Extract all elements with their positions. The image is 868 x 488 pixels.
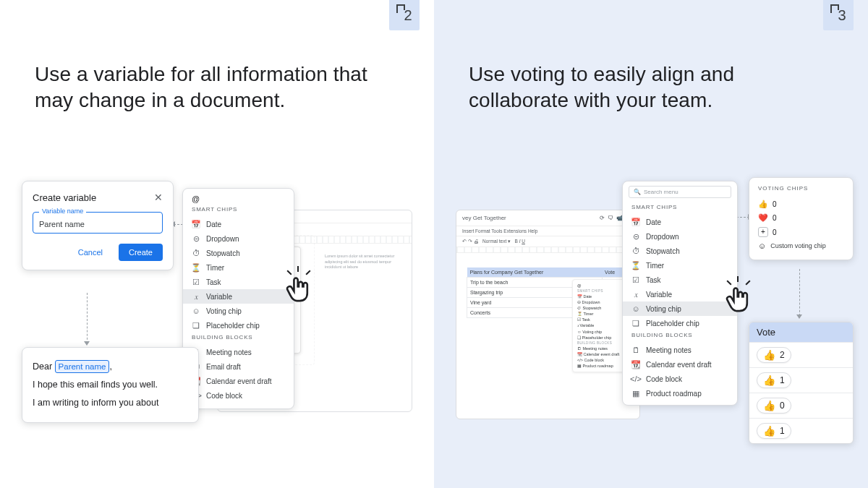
menu-header-smart-chips: SMART CHIPS: [623, 202, 737, 215]
menu-item-voting-chip[interactable]: ☺Voting chip: [623, 301, 737, 316]
insert-menu-card: @ SMART CHIPS 📅Date ⊝Dropdown ⏱Stopwatch…: [182, 188, 294, 409]
table-header: Plans for Company Get Together: [467, 267, 603, 278]
voting-chips-panel: VOTING CHIPS 👍0 ❤️0 +0 ☺Custom voting ch…: [749, 177, 854, 260]
voting-option-plus[interactable]: +0: [758, 225, 844, 239]
menu-item-variable[interactable]: 𝑥Variable: [623, 287, 737, 301]
headline-right: Use voting to easily align and collabora…: [469, 61, 839, 114]
plus-icon: +: [758, 227, 768, 237]
roadmap-icon: ▦: [631, 389, 640, 398]
variable-chip[interactable]: Parent name: [55, 360, 110, 373]
thumbs-up-icon: 👍: [758, 200, 768, 209]
panel-step-2: 2 Use a variable for all information tha…: [0, 0, 434, 488]
field-label: Variable name: [39, 207, 86, 215]
menu-item-meeting-notes[interactable]: 🗒Meeting notes: [183, 345, 294, 359]
menu-item-meeting-notes[interactable]: 🗒Meeting notes: [623, 343, 737, 357]
menu-item-variable[interactable]: 𝑥Variable: [183, 289, 294, 304]
voting-option-heart[interactable]: ❤️0: [758, 211, 844, 225]
doc-title: vey Get Together: [462, 215, 506, 221]
task-icon: ☑: [192, 278, 200, 286]
doc-format-bar[interactable]: ↶ ↷ 🖨 Normal text ▾ B I U: [456, 236, 639, 247]
arrowhead-icon: [796, 314, 802, 319]
menu-search-input[interactable]: 🔍Search menu: [629, 186, 731, 198]
arrow-connector: [87, 293, 88, 343]
menu-item-product-roadmap[interactable]: ▦Product roadmap: [623, 386, 737, 401]
menu-item-calendar-event-draft[interactable]: 📆Calendar event draft: [623, 357, 737, 372]
arrowhead-icon: [84, 341, 90, 346]
stopwatch-icon: ⏱: [192, 249, 200, 257]
page-flag-3: 3: [823, 0, 854, 30]
vote-results-header: Vote: [749, 322, 853, 342]
smile-icon: ☺: [758, 241, 766, 250]
variable-icon: 𝑥: [631, 290, 640, 299]
doc-menu-bar[interactable]: Insert Format Tools Extensions Help: [456, 226, 639, 236]
voting-panel-header: VOTING CHIPS: [758, 185, 844, 192]
task-icon: ☑: [631, 275, 640, 284]
menu-item-placeholder-chip[interactable]: ❏Placeholder chip: [623, 316, 737, 330]
menu-item-dropdown[interactable]: ⊝Dropdown: [183, 231, 294, 246]
stopwatch-icon: ⏱: [631, 247, 640, 255]
vote-result-row: 👍1: [749, 367, 853, 393]
email-line-3: I am writing to inform you about: [33, 394, 188, 412]
variable-icon: 𝑥: [192, 292, 200, 301]
voting-option-thumbs-up[interactable]: 👍0: [758, 197, 844, 211]
close-icon[interactable]: ✕: [154, 192, 163, 203]
menu-item-calendar-event-draft[interactable]: 📆Calendar event draft: [183, 374, 294, 388]
pointer-hand-icon: [723, 283, 754, 314]
placeholder-icon: ❏: [192, 321, 200, 330]
calendar-icon: 📅: [631, 218, 640, 226]
menu-item-timer[interactable]: ⏳Timer: [183, 260, 294, 275]
blurred-body-text: Lorem ipsum dolor sit amet consectetur a…: [325, 254, 404, 270]
menu-item-date[interactable]: 📅Date: [623, 215, 737, 229]
page-flag-2: 2: [389, 0, 420, 30]
timer-icon: ⏳: [192, 263, 200, 272]
menu-item-code-block[interactable]: </>Code block: [623, 372, 737, 386]
create-variable-dialog: Create variable ✕ Variable name Cancel C…: [22, 181, 174, 270]
menu-item-email-draft[interactable]: ✉Email draft: [183, 359, 294, 374]
menu-item-date[interactable]: 📅Date: [183, 217, 294, 231]
menu-item-task[interactable]: ☑Task: [623, 273, 737, 287]
create-button[interactable]: Create: [119, 244, 163, 261]
insert-menu-card: 🔍Search menu SMART CHIPS 📅Date ⊝Dropdown…: [622, 181, 738, 406]
voting-option-custom[interactable]: ☺Custom voting chip: [758, 239, 844, 252]
menu-header-building-blocks: BUILDING BLOCKS: [623, 330, 737, 343]
menu-item-voting-chip[interactable]: ☺Voting chip: [183, 304, 294, 318]
thumbs-up-icon: 👍: [763, 425, 775, 437]
menu-item-dropdown[interactable]: ⊝Dropdown: [623, 229, 737, 244]
vote-results-card: Vote 👍2 👍1 👍0 👍1: [749, 322, 854, 444]
stage: 2 Use a variable for all information tha…: [0, 0, 868, 488]
arrow-connector: [799, 269, 800, 316]
vote-chip[interactable]: 👍1: [757, 423, 791, 439]
voting-icon: ☺: [192, 307, 200, 315]
cancel-button[interactable]: Cancel: [68, 244, 113, 261]
variable-name-field[interactable]: Variable name: [33, 212, 163, 234]
voting-icon: ☺: [631, 304, 640, 313]
pointer-hand-icon: [284, 273, 314, 304]
menu-item-placeholder-chip[interactable]: ❏Placeholder chip: [183, 318, 294, 333]
menu-header-smart-chips: SMART CHIPS: [183, 205, 294, 217]
thumbs-up-icon: 👍: [763, 349, 775, 361]
panel-step-3: 3 Use voting to easily align and collabo…: [434, 0, 868, 488]
menu-item-stopwatch[interactable]: ⏱Stopwatch: [623, 244, 737, 258]
calendar-icon: 📅: [192, 220, 200, 228]
menu-item-task[interactable]: ☑Task: [183, 275, 294, 289]
menu-item-code-block[interactable]: </>Code block: [183, 388, 294, 403]
timer-icon: ⏳: [631, 261, 640, 270]
menu-item-timer[interactable]: ⏳Timer: [623, 258, 737, 273]
code-icon: </>: [631, 374, 640, 383]
vote-chip[interactable]: 👍2: [757, 347, 791, 363]
placeholder-icon: ❏: [631, 319, 640, 328]
calendar-icon: 📆: [631, 360, 640, 369]
email-preview-card: Dear Parent name, I hope this email find…: [22, 347, 199, 423]
search-icon: 🔍: [634, 189, 641, 195]
menu-item-stopwatch[interactable]: ⏱Stopwatch: [183, 246, 294, 260]
menu-header-building-blocks: BUILDING BLOCKS: [183, 333, 294, 345]
email-greeting: Dear Parent name,: [33, 358, 188, 376]
vote-chip[interactable]: 👍0: [757, 398, 791, 414]
dialog-title: Create variable: [33, 192, 96, 203]
variable-name-input[interactable]: [39, 220, 156, 228]
docs-editor: vey Get Together ⟳🗨📹🔒 Insert Format Tool…: [456, 210, 640, 419]
heart-icon: ❤️: [758, 213, 768, 223]
vote-chip[interactable]: 👍1: [757, 372, 791, 388]
notes-icon: 🗒: [631, 346, 640, 354]
page-number: 3: [838, 7, 846, 24]
